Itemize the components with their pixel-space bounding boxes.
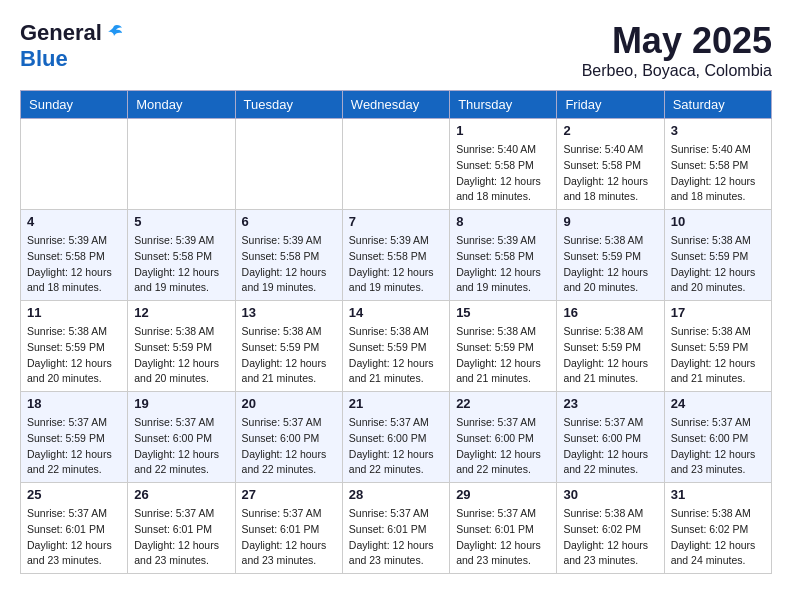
day-number: 18 <box>27 396 121 411</box>
weekday-header: Monday <box>128 91 235 119</box>
day-info: Sunrise: 5:37 AMSunset: 6:01 PMDaylight:… <box>242 506 336 569</box>
weekday-header: Tuesday <box>235 91 342 119</box>
calendar-cell: 23Sunrise: 5:37 AMSunset: 6:00 PMDayligh… <box>557 392 664 483</box>
day-info: Sunrise: 5:37 AMSunset: 6:00 PMDaylight:… <box>134 415 228 478</box>
calendar-cell: 1Sunrise: 5:40 AMSunset: 5:58 PMDaylight… <box>450 119 557 210</box>
day-info: Sunrise: 5:37 AMSunset: 6:01 PMDaylight:… <box>134 506 228 569</box>
day-info: Sunrise: 5:37 AMSunset: 6:01 PMDaylight:… <box>456 506 550 569</box>
calendar-cell: 29Sunrise: 5:37 AMSunset: 6:01 PMDayligh… <box>450 483 557 574</box>
day-info: Sunrise: 5:38 AMSunset: 5:59 PMDaylight:… <box>242 324 336 387</box>
day-info: Sunrise: 5:37 AMSunset: 6:00 PMDaylight:… <box>456 415 550 478</box>
calendar-cell: 22Sunrise: 5:37 AMSunset: 6:00 PMDayligh… <box>450 392 557 483</box>
day-number: 9 <box>563 214 657 229</box>
day-number: 24 <box>671 396 765 411</box>
page-header: General Blue May 2025 Berbeo, Boyaca, Co… <box>20 20 772 80</box>
day-number: 13 <box>242 305 336 320</box>
day-number: 25 <box>27 487 121 502</box>
day-info: Sunrise: 5:37 AMSunset: 6:00 PMDaylight:… <box>349 415 443 478</box>
day-number: 6 <box>242 214 336 229</box>
day-info: Sunrise: 5:38 AMSunset: 5:59 PMDaylight:… <box>563 324 657 387</box>
calendar-cell: 8Sunrise: 5:39 AMSunset: 5:58 PMDaylight… <box>450 210 557 301</box>
calendar-cell: 24Sunrise: 5:37 AMSunset: 6:00 PMDayligh… <box>664 392 771 483</box>
calendar-cell: 31Sunrise: 5:38 AMSunset: 6:02 PMDayligh… <box>664 483 771 574</box>
day-number: 21 <box>349 396 443 411</box>
day-info: Sunrise: 5:40 AMSunset: 5:58 PMDaylight:… <box>563 142 657 205</box>
day-number: 29 <box>456 487 550 502</box>
weekday-header: Friday <box>557 91 664 119</box>
day-info: Sunrise: 5:38 AMSunset: 5:59 PMDaylight:… <box>349 324 443 387</box>
logo-bird-icon <box>104 23 124 43</box>
calendar-cell: 3Sunrise: 5:40 AMSunset: 5:58 PMDaylight… <box>664 119 771 210</box>
calendar-cell: 13Sunrise: 5:38 AMSunset: 5:59 PMDayligh… <box>235 301 342 392</box>
calendar-cell: 9Sunrise: 5:38 AMSunset: 5:59 PMDaylight… <box>557 210 664 301</box>
day-number: 5 <box>134 214 228 229</box>
day-number: 7 <box>349 214 443 229</box>
calendar-cell: 5Sunrise: 5:39 AMSunset: 5:58 PMDaylight… <box>128 210 235 301</box>
calendar-cell: 19Sunrise: 5:37 AMSunset: 6:00 PMDayligh… <box>128 392 235 483</box>
weekday-header: Thursday <box>450 91 557 119</box>
day-info: Sunrise: 5:38 AMSunset: 5:59 PMDaylight:… <box>456 324 550 387</box>
calendar-cell: 20Sunrise: 5:37 AMSunset: 6:00 PMDayligh… <box>235 392 342 483</box>
calendar-week-row: 18Sunrise: 5:37 AMSunset: 5:59 PMDayligh… <box>21 392 772 483</box>
calendar-week-row: 11Sunrise: 5:38 AMSunset: 5:59 PMDayligh… <box>21 301 772 392</box>
day-number: 27 <box>242 487 336 502</box>
day-info: Sunrise: 5:38 AMSunset: 6:02 PMDaylight:… <box>671 506 765 569</box>
calendar-cell: 17Sunrise: 5:38 AMSunset: 5:59 PMDayligh… <box>664 301 771 392</box>
day-number: 23 <box>563 396 657 411</box>
calendar-cell: 15Sunrise: 5:38 AMSunset: 5:59 PMDayligh… <box>450 301 557 392</box>
day-number: 30 <box>563 487 657 502</box>
calendar-cell <box>128 119 235 210</box>
day-number: 14 <box>349 305 443 320</box>
day-number: 26 <box>134 487 228 502</box>
calendar-cell: 14Sunrise: 5:38 AMSunset: 5:59 PMDayligh… <box>342 301 449 392</box>
logo-blue: Blue <box>20 46 124 72</box>
calendar-cell: 12Sunrise: 5:38 AMSunset: 5:59 PMDayligh… <box>128 301 235 392</box>
day-info: Sunrise: 5:39 AMSunset: 5:58 PMDaylight:… <box>242 233 336 296</box>
title-block: May 2025 Berbeo, Boyaca, Colombia <box>582 20 772 80</box>
day-info: Sunrise: 5:39 AMSunset: 5:58 PMDaylight:… <box>27 233 121 296</box>
day-info: Sunrise: 5:39 AMSunset: 5:58 PMDaylight:… <box>349 233 443 296</box>
day-number: 17 <box>671 305 765 320</box>
day-number: 16 <box>563 305 657 320</box>
calendar-cell <box>342 119 449 210</box>
calendar-cell: 11Sunrise: 5:38 AMSunset: 5:59 PMDayligh… <box>21 301 128 392</box>
weekday-header: Sunday <box>21 91 128 119</box>
day-info: Sunrise: 5:38 AMSunset: 6:02 PMDaylight:… <box>563 506 657 569</box>
day-number: 8 <box>456 214 550 229</box>
weekday-header: Saturday <box>664 91 771 119</box>
day-info: Sunrise: 5:38 AMSunset: 5:59 PMDaylight:… <box>671 233 765 296</box>
day-info: Sunrise: 5:38 AMSunset: 5:59 PMDaylight:… <box>134 324 228 387</box>
day-info: Sunrise: 5:40 AMSunset: 5:58 PMDaylight:… <box>671 142 765 205</box>
calendar-cell: 6Sunrise: 5:39 AMSunset: 5:58 PMDaylight… <box>235 210 342 301</box>
day-info: Sunrise: 5:38 AMSunset: 5:59 PMDaylight:… <box>671 324 765 387</box>
day-info: Sunrise: 5:40 AMSunset: 5:58 PMDaylight:… <box>456 142 550 205</box>
day-number: 3 <box>671 123 765 138</box>
calendar-cell: 4Sunrise: 5:39 AMSunset: 5:58 PMDaylight… <box>21 210 128 301</box>
calendar-week-row: 4Sunrise: 5:39 AMSunset: 5:58 PMDaylight… <box>21 210 772 301</box>
logo-general: General <box>20 20 102 46</box>
month-title: May 2025 <box>582 20 772 62</box>
calendar-cell: 28Sunrise: 5:37 AMSunset: 6:01 PMDayligh… <box>342 483 449 574</box>
day-number: 1 <box>456 123 550 138</box>
day-number: 15 <box>456 305 550 320</box>
day-number: 20 <box>242 396 336 411</box>
calendar-table: SundayMondayTuesdayWednesdayThursdayFrid… <box>20 90 772 574</box>
weekday-header: Wednesday <box>342 91 449 119</box>
calendar-week-row: 1Sunrise: 5:40 AMSunset: 5:58 PMDaylight… <box>21 119 772 210</box>
calendar-cell: 7Sunrise: 5:39 AMSunset: 5:58 PMDaylight… <box>342 210 449 301</box>
day-number: 10 <box>671 214 765 229</box>
calendar-cell: 10Sunrise: 5:38 AMSunset: 5:59 PMDayligh… <box>664 210 771 301</box>
day-number: 11 <box>27 305 121 320</box>
day-number: 12 <box>134 305 228 320</box>
day-number: 2 <box>563 123 657 138</box>
day-number: 31 <box>671 487 765 502</box>
day-info: Sunrise: 5:37 AMSunset: 6:00 PMDaylight:… <box>671 415 765 478</box>
calendar-cell: 2Sunrise: 5:40 AMSunset: 5:58 PMDaylight… <box>557 119 664 210</box>
calendar-week-row: 25Sunrise: 5:37 AMSunset: 6:01 PMDayligh… <box>21 483 772 574</box>
day-info: Sunrise: 5:38 AMSunset: 5:59 PMDaylight:… <box>563 233 657 296</box>
calendar-cell: 18Sunrise: 5:37 AMSunset: 5:59 PMDayligh… <box>21 392 128 483</box>
logo: General Blue <box>20 20 124 72</box>
location: Berbeo, Boyaca, Colombia <box>582 62 772 80</box>
day-info: Sunrise: 5:38 AMSunset: 5:59 PMDaylight:… <box>27 324 121 387</box>
day-info: Sunrise: 5:37 AMSunset: 5:59 PMDaylight:… <box>27 415 121 478</box>
